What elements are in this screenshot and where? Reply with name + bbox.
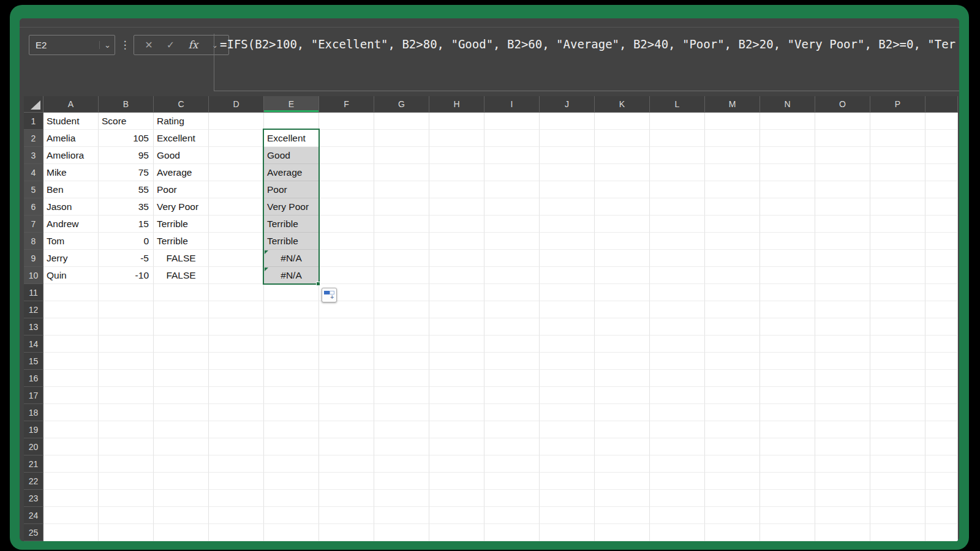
cell-L7[interactable] (650, 216, 705, 233)
cell-G13[interactable] (374, 318, 429, 335)
cell-I8[interactable] (484, 233, 540, 250)
cell-H19[interactable] (429, 421, 484, 438)
cell-G18[interactable] (374, 404, 429, 421)
cell-A23[interactable] (43, 490, 99, 507)
cell-M9[interactable] (705, 250, 760, 267)
cell-B20[interactable] (99, 438, 154, 455)
cell-partial23[interactable] (925, 490, 958, 507)
cell-D25[interactable] (209, 524, 264, 541)
cell-L15[interactable] (650, 353, 705, 370)
cell-M2[interactable] (705, 130, 760, 147)
cell-H23[interactable] (429, 490, 484, 507)
cell-C9[interactable]: FALSE (154, 250, 209, 267)
cell-L13[interactable] (650, 318, 705, 335)
name-box-dropdown-icon[interactable]: ⌄ (99, 41, 111, 49)
cell-B9[interactable]: -5 (99, 250, 154, 267)
cell-L12[interactable] (650, 301, 705, 318)
cell-E3[interactable]: Good (264, 147, 319, 164)
cell-L18[interactable] (650, 404, 705, 421)
cell-F19[interactable] (319, 421, 374, 438)
cell-N1[interactable] (760, 113, 815, 130)
cell-D11[interactable] (209, 284, 264, 301)
cell-O12[interactable] (815, 301, 870, 318)
cell-D23[interactable] (209, 490, 264, 507)
select-all-corner[interactable] (24, 96, 43, 113)
cell-P24[interactable] (870, 507, 925, 524)
cell-G22[interactable] (374, 473, 429, 490)
cell-J10[interactable] (540, 267, 595, 284)
cell-N20[interactable] (760, 438, 815, 455)
cell-P19[interactable] (870, 421, 925, 438)
cell-O20[interactable] (815, 438, 870, 455)
cell-C3[interactable]: Good (154, 147, 209, 164)
cell-F6[interactable] (319, 198, 374, 216)
column-header-G[interactable]: G (374, 96, 429, 113)
cell-L14[interactable] (650, 335, 705, 353)
cell-M16[interactable] (705, 370, 760, 387)
cell-B14[interactable] (99, 335, 154, 353)
cell-partial2[interactable] (925, 130, 958, 147)
cell-C18[interactable] (154, 404, 209, 421)
cell-F3[interactable] (319, 147, 374, 164)
cell-A4[interactable]: Mike (43, 164, 99, 181)
cell-F9[interactable] (319, 250, 374, 267)
cell-F8[interactable] (319, 233, 374, 250)
cell-N4[interactable] (760, 164, 815, 181)
cell-E21[interactable] (264, 455, 319, 473)
cell-H13[interactable] (429, 318, 484, 335)
cell-F20[interactable] (319, 438, 374, 455)
cell-partial17[interactable] (925, 387, 958, 404)
cell-G25[interactable] (374, 524, 429, 541)
cell-C22[interactable] (154, 473, 209, 490)
cell-F21[interactable] (319, 455, 374, 473)
cell-I4[interactable] (484, 164, 540, 181)
cell-I1[interactable] (484, 113, 540, 130)
row-header-7[interactable]: 7 (24, 216, 43, 233)
cell-partial10[interactable] (925, 267, 958, 284)
cell-N21[interactable] (760, 455, 815, 473)
cell-K8[interactable] (595, 233, 650, 250)
cell-O17[interactable] (815, 387, 870, 404)
cell-P16[interactable] (870, 370, 925, 387)
cell-J22[interactable] (540, 473, 595, 490)
cell-H10[interactable] (429, 267, 484, 284)
cell-partial8[interactable] (925, 233, 958, 250)
fill-handle[interactable] (316, 282, 320, 286)
row-header-24[interactable]: 24 (24, 507, 43, 524)
cell-A10[interactable]: Quin (43, 267, 99, 284)
cell-P25[interactable] (870, 524, 925, 541)
cell-E19[interactable] (264, 421, 319, 438)
cell-A5[interactable]: Ben (43, 181, 99, 198)
cell-G11[interactable] (374, 284, 429, 301)
cell-P21[interactable] (870, 455, 925, 473)
enter-icon[interactable]: ✓ (167, 40, 175, 50)
cell-N16[interactable] (760, 370, 815, 387)
insert-function-icon[interactable]: fx (189, 40, 198, 50)
cell-H17[interactable] (429, 387, 484, 404)
cell-P4[interactable] (870, 164, 925, 181)
cell-B4[interactable]: 75 (99, 164, 154, 181)
cell-J1[interactable] (540, 113, 595, 130)
cell-O24[interactable] (815, 507, 870, 524)
row-header-19[interactable]: 19 (24, 421, 43, 438)
row-header-20[interactable]: 20 (24, 438, 43, 455)
cell-E8[interactable]: Terrible (264, 233, 319, 250)
cell-C2[interactable]: Excellent (154, 130, 209, 147)
cell-B1[interactable]: Score (99, 113, 154, 130)
cell-L20[interactable] (650, 438, 705, 455)
cell-K20[interactable] (595, 438, 650, 455)
cell-J18[interactable] (540, 404, 595, 421)
cell-E5[interactable]: Poor (264, 181, 319, 198)
cell-I23[interactable] (484, 490, 540, 507)
cell-B7[interactable]: 15 (99, 216, 154, 233)
cell-E22[interactable] (264, 473, 319, 490)
cell-O15[interactable] (815, 353, 870, 370)
cell-H5[interactable] (429, 181, 484, 198)
cell-G9[interactable] (374, 250, 429, 267)
cell-A16[interactable] (43, 370, 99, 387)
row-header-1[interactable]: 1 (24, 113, 43, 130)
cell-C5[interactable]: Poor (154, 181, 209, 198)
cell-J3[interactable] (540, 147, 595, 164)
cell-K13[interactable] (595, 318, 650, 335)
cell-P6[interactable] (870, 198, 925, 216)
